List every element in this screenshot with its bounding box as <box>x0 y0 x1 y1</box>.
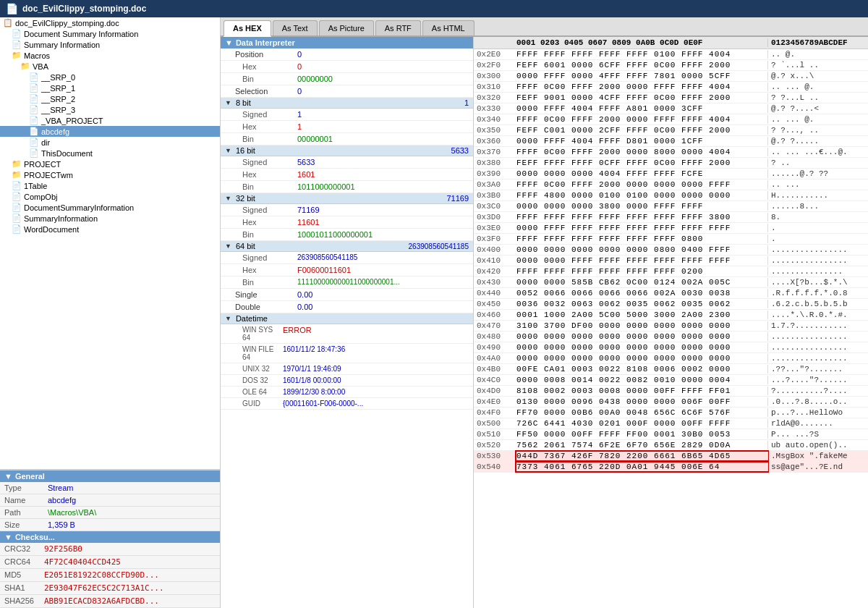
tree-item[interactable]: 📄 Document Summary Information <box>0 28 220 39</box>
hex-row-bytes: 726C 6441 4030 0201 000F 0000 00FF FFFF <box>516 419 767 428</box>
hex-row[interactable]: 0x330 0000 FFFF 4004 FFFF A801 0000 3CFF… <box>474 104 868 114</box>
hex-row[interactable]: 0x3C0 0000 0000 0000 3800 0000 FFFF FFFF… <box>474 201 868 212</box>
hex-row[interactable]: 0x2F0 FEFF 6001 0000 6CFF FFFF 0C00 FFFF… <box>474 60 868 71</box>
hex-row[interactable]: 0x410 0000 0000 FFFF FFFF FFFF FFFF FFFF… <box>474 256 868 266</box>
hex-row-addr: 0x380 <box>477 159 516 167</box>
hex-row[interactable]: 0x500 726C 6441 4030 0201 000F 0000 00FF… <box>474 418 868 429</box>
di-64bit-bin-row: Bin 111100000000011000000001... <box>221 276 473 289</box>
hex-row[interactable]: 0x380 FEFF FFFF FFFF 0CFF FFFF 0C00 FFFF… <box>474 158 868 169</box>
hex-row-bytes: 0000 0000 0000 4004 FFFF FFFF FCFE <box>516 169 767 178</box>
hex-rows-container: 0x2E0 FFFF FFFF FFFF FFFF FFFF 0100 FFFF… <box>474 49 868 473</box>
hex-row[interactable]: 0x4D0 8108 0002 0003 0008 0000 00FF FFFF… <box>474 386 868 397</box>
di-dos-value: 1601/1/8 00:00:00 <box>278 376 473 385</box>
hex-row[interactable]: 0x520 7562 2061 7574 6F2E 6F70 656E 2829… <box>474 440 868 451</box>
hex-row-bytes: 0000 0000 0000 0000 0000 0800 0400 FFFF <box>516 245 767 254</box>
di-title: Data Interpreter <box>236 38 295 47</box>
hex-row[interactable]: 0x340 FFFF 0C00 FFFF 2000 0000 FFFF FFFF… <box>474 114 868 125</box>
tab-as-rtf[interactable]: As RTF <box>375 20 421 35</box>
tree-view[interactable]: 📋 doc_EvilClippy_stomping.doc📄 Document … <box>0 17 220 470</box>
hex-row[interactable]: 0x470 3100 3700 DF00 0000 0000 0000 0000… <box>474 321 868 332</box>
hex-row[interactable]: 0x450 0036 0032 0063 0062 0035 0062 0035… <box>474 299 868 310</box>
di-ole-label: OLE 64 <box>221 387 278 397</box>
checksum-collapse-icon[interactable]: ▼ <box>4 533 12 541</box>
tree-item[interactable]: 📄 WordDocument <box>0 224 220 235</box>
tab-as-text[interactable]: As Text <box>273 20 318 35</box>
hex-row[interactable]: 0x2E0 FFFF FFFF FFFF FFFF FFFF 0100 FFFF… <box>474 49 868 60</box>
hex-row-ascii: .. ... @. <box>767 115 865 124</box>
hex-row[interactable]: 0x3A0 FFFF 0C00 FFFF 2000 0000 0000 0000… <box>474 180 868 190</box>
tree-item[interactable]: 📄 abcdefg <box>0 126 220 137</box>
hex-row-ascii: ....X[?b...$.*.\ <box>767 278 865 287</box>
hex-row[interactable]: 0x530 044D 7367 426F 7820 2200 6661 6B65… <box>474 451 868 462</box>
hex-row-addr: 0x520 <box>477 441 516 449</box>
tree-item[interactable]: 📁 PROJECT <box>0 159 220 169</box>
hex-row[interactable]: 0x430 0000 0000 585B CB62 0C00 0124 002A… <box>474 277 868 288</box>
hex-row[interactable]: 0x420 FFFF FFFF FFFF FFFF FFFF FFFF 0200… <box>474 266 868 277</box>
hex-row[interactable]: 0x320 FEFF 9001 0000 4CFF FFFF 0C00 FFFF… <box>474 93 868 104</box>
hex-row[interactable]: 0x4B0 00FE CA01 0003 0022 8108 0006 0002… <box>474 364 868 375</box>
tree-item[interactable]: 📄 DocumentSummaryInformation <box>0 202 220 213</box>
tab-as-html[interactable]: As HTML <box>422 20 475 35</box>
hex-row[interactable]: 0x3F0 FFFF FFFF FFFF FFFF FFFF FFFF 0800… <box>474 234 868 245</box>
tree-item[interactable]: 📄 dir <box>0 137 220 148</box>
hex-row[interactable]: 0x460 0001 1000 2A00 5C00 5000 3000 2A00… <box>474 310 868 321</box>
di-guid-row: GUID {00011601-F006-0000-... <box>221 398 473 410</box>
collapse-icon[interactable]: ▼ <box>4 472 12 481</box>
hex-row[interactable]: 0x360 0000 FFFF 4004 FFFF D801 0000 1CFF… <box>474 136 868 147</box>
tree-item[interactable]: 📄 __SRP_0 <box>0 72 220 83</box>
tree-item[interactable]: 📄 __SRP_2 <box>0 93 220 104</box>
hex-row[interactable]: 0x3E0 0000 FFFF FFFF FFFF FFFF FFFF FFFF… <box>474 223 868 234</box>
hex-row-addr: 0x330 <box>477 104 516 113</box>
hex-row[interactable]: 0x4C0 0000 0008 0014 0022 0082 0010 0000… <box>474 375 868 386</box>
hex-row-bytes: 0000 FFFF 4004 FFFF A801 0000 3CFF <box>516 104 767 113</box>
hex-row-ascii: .MsgBox ".fakeMe <box>767 452 865 460</box>
cs-value: 2E93047F62EC5C2C713A1C... <box>40 582 220 594</box>
tree-item[interactable]: 📄 __SRP_3 <box>0 104 220 115</box>
prop-size-row: Size 1,359 B <box>0 519 220 531</box>
tree-item[interactable]: 📄 SummaryInformation <box>0 213 220 224</box>
hex-view[interactable]: 0001 0203 0405 0607 0809 0A0B 0C0D 0E0F … <box>474 37 868 608</box>
properties-table: Type Stream Name abcdefg Path \Macros\VB… <box>0 482 220 531</box>
hex-row[interactable]: 0x310 FFFF 0C00 FFFF 2000 0000 FFFF FFFF… <box>474 82 868 93</box>
hex-row[interactable]: 0x490 0000 0000 0000 0000 0000 0000 0000… <box>474 342 868 353</box>
tree-item[interactable]: 📄 Summary Information <box>0 39 220 50</box>
checksum-row: SHA1 2E93047F62EC5C2C713A1C... <box>0 582 220 595</box>
tab-as-hex[interactable]: As HEX <box>224 20 271 37</box>
di-32bit-signed-label: Signed <box>221 205 293 215</box>
di-16bit-hex-value: 1601 <box>293 169 473 180</box>
tab-as-picture[interactable]: As Picture <box>319 20 374 35</box>
tree-item[interactable]: 📁 Macros <box>0 50 220 61</box>
hex-row[interactable]: 0x440 0052 0066 0066 0066 0066 002A 0030… <box>474 288 868 299</box>
hex-row[interactable]: 0x4E0 0130 0000 0096 0438 0000 0000 006F… <box>474 397 868 408</box>
tree-item[interactable]: 📄 1Table <box>0 180 220 191</box>
prop-type-label: Type <box>0 482 43 494</box>
prop-size-value: 1,359 B <box>43 519 220 531</box>
hex-row[interactable]: 0x540 7373 4061 6765 220D 0A01 9445 006E… <box>474 462 868 473</box>
tree-item[interactable]: 📁 PROJECTwm <box>0 169 220 180</box>
hex-row[interactable]: 0x4F0 FF70 0000 00B6 00A0 0048 656C 6C6F… <box>474 408 868 418</box>
hex-row[interactable]: 0x4A0 0000 0000 0000 0000 0000 0000 0000… <box>474 353 868 364</box>
hex-row[interactable]: 0x300 0000 FFFF 0000 4FFF FFFF 7801 0000… <box>474 71 868 82</box>
hex-row[interactable]: 0x390 0000 0000 0000 4004 FFFF FFFF FCFE… <box>474 169 868 180</box>
tree-item[interactable]: 📁 VBA <box>0 61 220 72</box>
hex-row-ascii: H........... <box>767 191 865 200</box>
hex-row-addr: 0x3F0 <box>477 235 516 243</box>
cs-label: CRC32 <box>0 543 40 555</box>
hex-row[interactable]: 0x3D0 FFFF FFFF FFFF FFFF FFFF FFFF FFFF… <box>474 212 868 223</box>
tree-item[interactable]: 📄 CompObj <box>0 191 220 202</box>
tree-item[interactable]: 📄 __SRP_1 <box>0 83 220 93</box>
hex-row-addr: 0x320 <box>477 93 516 102</box>
hex-row-addr: 0x440 <box>477 289 516 297</box>
tree-item[interactable]: 📄 _VBA_PROJECT <box>0 115 220 126</box>
hex-row[interactable]: 0x350 FEFF C001 0000 2CFF FFFF 0C00 FFFF… <box>474 125 868 136</box>
hex-row[interactable]: 0x3B0 FFFF 4800 0000 0100 0100 0000 0000… <box>474 190 868 201</box>
di-collapse-icon[interactable]: ▼ <box>225 38 233 47</box>
prop-type-row: Type Stream <box>0 482 220 494</box>
tree-item[interactable]: 📄 ThisDocument <box>0 148 220 159</box>
hex-row[interactable]: 0x480 0000 0000 0000 0000 0000 0000 0000… <box>474 332 868 342</box>
hex-row[interactable]: 0x370 FFFF 0C00 FFFF 2000 0000 8000 0000… <box>474 147 868 158</box>
hex-row[interactable]: 0x510 FF50 0000 00FF FFFF FF00 0001 30B0… <box>474 429 868 440</box>
tree-item[interactable]: 📋 doc_EvilClippy_stomping.doc <box>0 17 220 28</box>
hex-row[interactable]: 0x400 0000 0000 0000 0000 0000 0800 0400… <box>474 245 868 256</box>
di-32bit-bin-value: 10001011000000001 <box>293 229 473 240</box>
